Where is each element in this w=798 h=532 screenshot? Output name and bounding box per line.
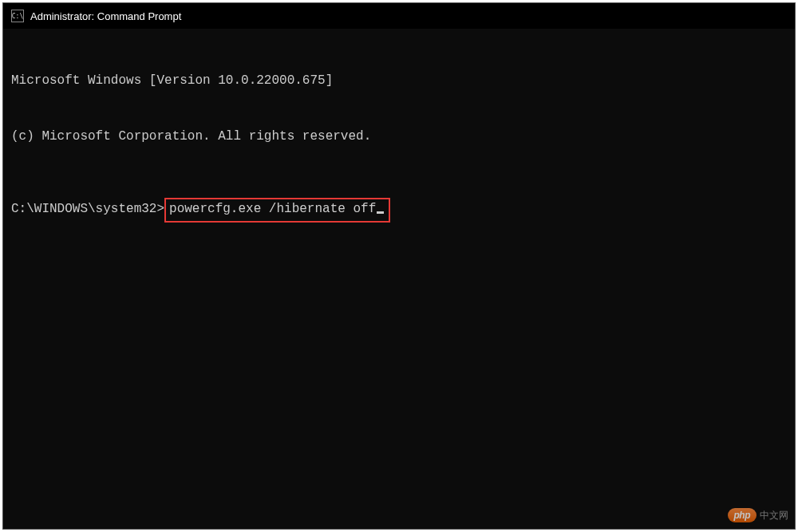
watermark-text: 中文网 [760, 509, 788, 522]
window-title: Administrator: Command Prompt [30, 10, 181, 22]
watermark-badge: php [728, 508, 757, 522]
watermark: php 中文网 [728, 508, 789, 522]
command-prompt-window: C:\ Administrator: Command Prompt Micros… [2, 2, 796, 530]
command-highlight: powercfg.exe /hibernate off [164, 198, 390, 223]
command-input[interactable]: powercfg.exe /hibernate off [169, 202, 376, 216]
version-line: Microsoft Windows [Version 10.0.22000.67… [11, 72, 787, 90]
cmd-icon: C:\ [11, 10, 24, 22]
cursor [377, 211, 384, 214]
title-bar[interactable]: C:\ Administrator: Command Prompt [3, 3, 795, 29]
terminal-output[interactable]: Microsoft Windows [Version 10.0.22000.67… [3, 29, 795, 266]
prompt-line: C:\WINDOWS\system32>powercfg.exe /hibern… [11, 198, 787, 223]
prompt-path: C:\WINDOWS\system32> [11, 200, 164, 219]
copyright-line: (c) Microsoft Corporation. All rights re… [11, 128, 787, 146]
